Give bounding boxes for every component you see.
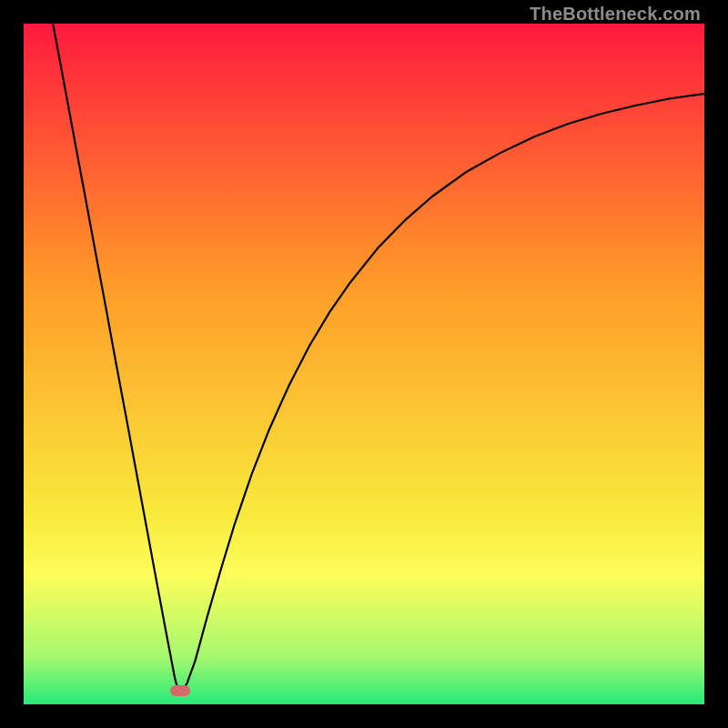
watermark-text: TheBottleneck.com [530, 4, 701, 25]
marker [170, 685, 190, 696]
plot-area [24, 24, 704, 704]
chart-svg [24, 24, 704, 704]
gradient-bg [24, 24, 704, 704]
